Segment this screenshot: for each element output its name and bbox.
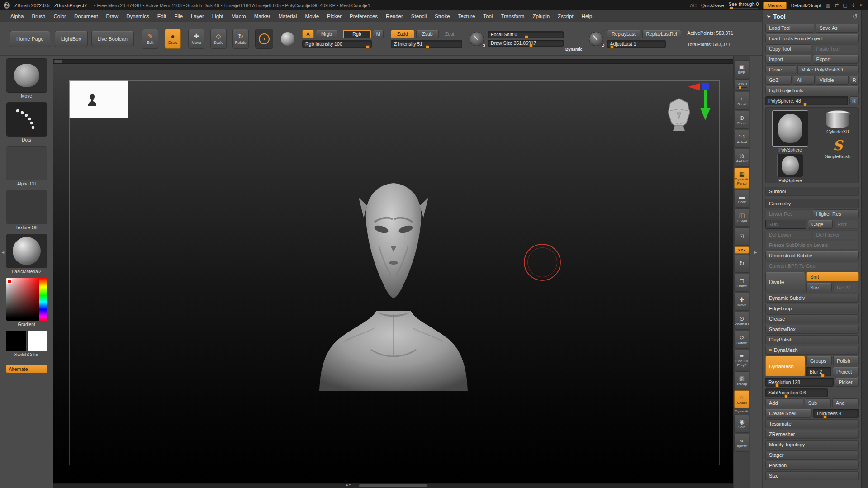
close-icon[interactable]: × bbox=[860, 2, 863, 8]
modify-topology-section-header[interactable]: Modify Topology bbox=[765, 440, 859, 449]
resolution-handle[interactable] bbox=[775, 384, 779, 388]
dynamesh-button[interactable]: DynaMesh bbox=[765, 356, 805, 376]
zoom3d-button[interactable]: ⊙ Zoom3D bbox=[734, 312, 749, 330]
menu-item-preferences[interactable]: Preferences bbox=[346, 10, 382, 22]
menu-item-material[interactable]: Material bbox=[275, 10, 301, 22]
create-shell-button[interactable]: Create Shell bbox=[765, 409, 812, 418]
aahalf-button[interactable]: ½ AAHalf bbox=[734, 149, 749, 167]
blur-slider[interactable]: Blur 2 bbox=[806, 367, 831, 376]
cage-button[interactable]: Cage bbox=[808, 220, 833, 229]
menu-item-picker[interactable]: Picker bbox=[323, 10, 346, 22]
floor-button[interactable]: ▬ Floor bbox=[734, 190, 749, 208]
menu-item-texture[interactable]: Texture bbox=[454, 10, 479, 22]
canvas-area[interactable]: ▲▼ bbox=[53, 56, 733, 488]
collapse-icon[interactable]: ⇓ bbox=[851, 2, 855, 8]
document-viewport[interactable] bbox=[53, 64, 733, 483]
menu-item-color[interactable]: Color bbox=[49, 10, 70, 22]
sculpt-model[interactable] bbox=[317, 179, 470, 391]
tool-palette-header[interactable]: ➤ Tool ↺ bbox=[763, 10, 861, 23]
secondary-color-swatch[interactable] bbox=[27, 331, 47, 351]
right-scroll-strip[interactable] bbox=[861, 10, 868, 488]
goz-visible-button[interactable]: Visible bbox=[816, 76, 849, 85]
tool-name-slider[interactable]: PolySphere. 48 bbox=[765, 96, 848, 105]
linefill-polyf-button[interactable]: ≡ Line Fill PolyF bbox=[734, 350, 749, 370]
menu-item-zscript[interactable]: Zscript bbox=[554, 10, 578, 22]
spix-handle[interactable] bbox=[739, 86, 741, 89]
draw-size-handle[interactable] bbox=[529, 44, 533, 47]
stroke-type-thumb[interactable] bbox=[6, 102, 47, 137]
brush-preview-button[interactable] bbox=[255, 29, 273, 49]
menu-item-movie[interactable]: Movie bbox=[301, 10, 323, 22]
zadd-toggle[interactable]: Zadd bbox=[391, 30, 414, 38]
current-brush-thumb[interactable] bbox=[6, 58, 47, 93]
rgb-intensity-handle[interactable] bbox=[366, 45, 370, 49]
move-mode-button[interactable]: ✚ Move bbox=[188, 29, 204, 49]
see-through-handle[interactable] bbox=[730, 7, 733, 9]
panes-icon[interactable]: ▥ bbox=[825, 2, 830, 8]
simplebrush-thumb[interactable]: S bbox=[816, 138, 859, 153]
see-through-slider[interactable]: See-through 0 bbox=[729, 1, 759, 9]
adjust-last-handle[interactable] bbox=[610, 45, 614, 49]
thickness-handle[interactable] bbox=[823, 415, 827, 419]
size-section-header[interactable]: Size bbox=[765, 471, 859, 480]
resolution-slider[interactable]: Resolution 128 bbox=[765, 378, 834, 387]
xpose-button[interactable]: » Xpose bbox=[734, 434, 749, 452]
left-divider-handle[interactable]: ◄ bbox=[1, 250, 5, 255]
canvas-bottom-scrollbar[interactable]: ▲▼ bbox=[53, 483, 733, 488]
clone-button[interactable]: Clone bbox=[765, 65, 796, 74]
menu-item-stroke[interactable]: Stroke bbox=[431, 10, 454, 22]
ghost-button[interactable]: ◌ Ghost bbox=[734, 390, 749, 408]
groups-toggle[interactable]: Groups bbox=[806, 356, 832, 365]
draw-size-slider[interactable]: Draw Size 351.05917 bbox=[488, 40, 564, 47]
active-tool-thumb[interactable]: PolySphere bbox=[772, 110, 808, 152]
spix-slider[interactable]: SPix 3 bbox=[734, 79, 749, 91]
tool-name-slider-handle[interactable] bbox=[803, 103, 807, 106]
frame-button[interactable]: ◻ Frame bbox=[734, 274, 749, 292]
alpha-selector[interactable] bbox=[6, 146, 47, 180]
reset-icon[interactable]: ↺ bbox=[853, 13, 858, 20]
transp-button[interactable]: ▨ Transp bbox=[734, 371, 749, 389]
scale-mode-button[interactable]: ◇ Scale bbox=[210, 29, 227, 49]
adjust-last-slider[interactable]: AdjustLast 1 bbox=[607, 40, 666, 48]
menu-item-marker[interactable]: Marker bbox=[250, 10, 275, 22]
subprojection-slider[interactable]: SubProjection 0.6 bbox=[765, 388, 828, 397]
window-icon[interactable]: ▢ bbox=[843, 2, 847, 8]
top-scroll-handle[interactable] bbox=[54, 60, 62, 63]
thickness-slider[interactable]: Thickness 4 bbox=[813, 409, 859, 418]
zsub-toggle[interactable]: Zsub bbox=[416, 30, 439, 38]
subprojection-handle[interactable] bbox=[784, 394, 788, 398]
slider-r-button[interactable]: R bbox=[849, 96, 859, 105]
zoom-button[interactable]: ⊕ Zoom bbox=[734, 111, 749, 129]
dynamic-persp-button[interactable]: ▦ Dynamic Persp bbox=[734, 168, 749, 189]
menu-item-transform[interactable]: Transform bbox=[497, 10, 528, 22]
zremesher-section-header[interactable]: ZRemesher bbox=[765, 430, 859, 439]
stroke-curve-dial[interactable]: S bbox=[470, 32, 484, 46]
menu-item-tool[interactable]: Tool bbox=[479, 10, 497, 22]
edit-mode-button[interactable]: ✎ Edit bbox=[142, 29, 158, 49]
scroll-arrows-icon[interactable]: ▲▼ bbox=[346, 483, 351, 486]
dynamic-mode-label[interactable]: Dynamic bbox=[565, 47, 583, 52]
m-toggle[interactable]: M bbox=[373, 30, 384, 38]
rotate-3d-button[interactable]: ↺ Rotate bbox=[734, 331, 749, 349]
lightbox-button[interactable]: LightBox bbox=[55, 31, 88, 47]
material-preview-button[interactable] bbox=[279, 29, 297, 49]
color-a-toggle[interactable]: A bbox=[302, 30, 314, 38]
replay-last-rel-button[interactable]: ReplayLastRel bbox=[642, 30, 681, 38]
menu-item-document[interactable]: Document bbox=[70, 10, 102, 22]
goz-all-button[interactable]: All bbox=[793, 76, 814, 85]
material-selector[interactable] bbox=[6, 234, 47, 268]
bpr-button[interactable]: ▣ BPR bbox=[734, 60, 749, 78]
rgb-toggle[interactable]: Rgb bbox=[343, 30, 371, 38]
shadowbox-section-header[interactable]: ShadowBox bbox=[765, 325, 859, 334]
draw-mode-button[interactable]: ● Draw bbox=[165, 29, 181, 49]
dynamesh-section-header[interactable]: DynaMesh bbox=[765, 346, 859, 355]
saturation-square[interactable] bbox=[6, 278, 40, 321]
load-tool-button[interactable]: Load Tool bbox=[765, 24, 814, 33]
menus-button[interactable]: Menus bbox=[763, 2, 787, 9]
sub-toggle[interactable]: Sub bbox=[805, 398, 831, 407]
focal-shift-slider[interactable]: Focal Shift 0 bbox=[488, 31, 564, 38]
menu-item-macro[interactable]: Macro bbox=[228, 10, 250, 22]
menu-item-stencil[interactable]: Stencil bbox=[407, 10, 431, 22]
replay-last-button[interactable]: ReplayLast bbox=[607, 30, 640, 38]
scroll-button[interactable]: + Scroll bbox=[734, 92, 749, 110]
